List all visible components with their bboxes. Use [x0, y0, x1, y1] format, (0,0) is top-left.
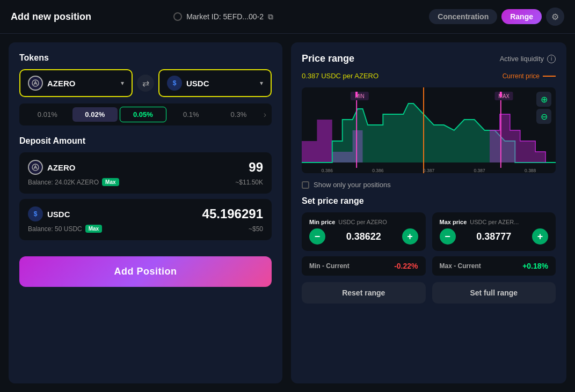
fee-btn-002[interactable]: 0.02% [72, 107, 118, 122]
deposit-title: Deposit Amount [19, 136, 272, 146]
svg-rect-11 [355, 92, 358, 97]
status-indicator [173, 12, 182, 21]
deposit-usdc-label: USDC [47, 210, 70, 219]
deposit-azero-label: AZERO [47, 163, 76, 172]
deposit-azero-icon [28, 160, 43, 175]
chart-zoom-controls: ⊕ ⊖ [536, 92, 551, 124]
fee-arrow-icon[interactable]: › [264, 110, 266, 120]
fee-btn-001[interactable]: 0.01% [25, 107, 70, 122]
token-b-name: USDC [186, 79, 209, 88]
max-current-card: Max - Current +0.18% [432, 256, 556, 276]
tokens-row: AZERO ▾ ⇄ $ USDC ▾ [19, 69, 272, 97]
fee-btn-03[interactable]: 0.3% [216, 107, 261, 122]
show-positions-row: Show only your positions [302, 181, 556, 189]
usdc-icon: $ [167, 76, 182, 91]
header-right: Concentration Range ⚙ [429, 8, 564, 26]
max-current-label: Max - Current [440, 262, 481, 270]
usdc-usd-value: ~$50 [249, 225, 263, 233]
set-price-title: Set price range [302, 196, 556, 206]
min-price-sub: USDC per AZERO [338, 219, 387, 225]
left-panel: Tokens AZERO ▾ ⇄ $ USDC [9, 42, 282, 383]
svg-text:0.387: 0.387 [474, 168, 485, 173]
price-per-text: 0.387 USDC per AZERO [302, 72, 379, 80]
usdc-balance: Balance: 50 USDC [28, 225, 82, 233]
azero-icon [28, 76, 43, 91]
azero-balance: Balance: 24.02K AZERO [28, 179, 99, 186]
fee-btn-005[interactable]: 0.05% [120, 107, 166, 122]
svg-rect-15 [500, 92, 502, 97]
max-price-increase-button[interactable]: + [532, 228, 548, 245]
min-price-card: Min price USDC per AZERO − 0.38622 + [302, 212, 426, 251]
svg-text:0.387: 0.387 [423, 168, 434, 173]
price-range-title: Price range [302, 53, 354, 64]
current-diff-row: Min - Current -0.22% Max - Current +0.18… [302, 256, 556, 276]
token-a-selector[interactable]: AZERO ▾ [19, 69, 133, 97]
current-price-label: Current price [503, 72, 556, 80]
min-price-value[interactable]: 0.38622 [330, 231, 398, 242]
max-price-label: Max price [440, 219, 467, 225]
min-current-card: Min - Current -0.22% [302, 256, 426, 276]
market-id-text: Market ID: 5EFD...00-2 [186, 12, 264, 21]
deposit-section: Deposit Amount AZERO 99 Balance: 24.02K … [19, 136, 272, 246]
deposit-card-usdc: $ USDC 45.196291 Balance: 50 USDC Max ~$… [19, 199, 272, 240]
max-price-card: Max price USDC per AZER... − 0.38777 + [432, 212, 556, 251]
min-price-label: Min price [309, 219, 335, 225]
tab-range[interactable]: Range [501, 9, 542, 24]
zoom-out-button[interactable]: ⊖ [536, 109, 551, 124]
fee-btn-01[interactable]: 0.1% [169, 107, 214, 122]
min-price-decrease-button[interactable]: − [309, 228, 325, 245]
show-positions-label: Show only your positions [314, 181, 391, 189]
token-b-selector[interactable]: $ USDC ▾ [158, 69, 272, 97]
header: Add new position Market ID: 5EFD...00-2 … [0, 0, 575, 34]
min-current-label: Min - Current [309, 262, 350, 270]
main-layout: Tokens AZERO ▾ ⇄ $ USDC [0, 34, 575, 392]
price-subtitle: 0.387 USDC per AZERO Current price [302, 72, 556, 80]
svg-text:0.386: 0.386 [322, 168, 333, 173]
info-icon[interactable]: i [547, 55, 556, 63]
token-a-chevron: ▾ [121, 79, 124, 87]
header-center: Market ID: 5EFD...00-2 ⧉ [173, 12, 273, 21]
range-buttons-row: Reset range Set full range [302, 282, 556, 304]
deposit-card-azero: AZERO 99 Balance: 24.02K AZERO Max ~$11.… [19, 152, 272, 194]
right-panel: Price range Active liquidity i 0.387 USD… [291, 42, 566, 383]
price-inputs-row: Min price USDC per AZERO − 0.38622 + Max… [302, 212, 556, 251]
usdc-max-button[interactable]: Max [85, 225, 102, 233]
active-liquidity-info: Active liquidity i [500, 55, 556, 63]
max-price-sub: USDC per AZER... [470, 219, 519, 225]
token-a-name: AZERO [47, 79, 76, 88]
add-position-button[interactable]: Add Position [19, 256, 272, 287]
deposit-azero-amount[interactable]: 99 [249, 160, 263, 175]
price-chart: MIN MAX 0.386 0.386 0.387 0.387 0.388 [302, 87, 556, 173]
token-b-chevron: ▾ [260, 79, 263, 87]
svg-text:0.388: 0.388 [525, 168, 536, 173]
current-price-line-icon [543, 76, 556, 77]
azero-usd-value: ~$11.50K [235, 179, 263, 186]
min-price-increase-button[interactable]: + [402, 228, 418, 245]
deposit-usdc-icon: $ [28, 206, 43, 221]
tokens-title: Tokens [19, 53, 272, 63]
active-liquidity-label: Active liquidity [500, 55, 544, 63]
show-positions-checkbox[interactable] [302, 181, 309, 189]
price-range-header: Price range Active liquidity i [302, 53, 556, 64]
tokens-section: Tokens AZERO ▾ ⇄ $ USDC [19, 53, 272, 125]
set-full-range-button[interactable]: Set full range [432, 282, 556, 304]
tab-concentration[interactable]: Concentration [429, 9, 497, 24]
deposit-usdc-amount[interactable]: 45.196291 [202, 206, 263, 221]
svg-text:0.386: 0.386 [372, 168, 383, 173]
zoom-in-button[interactable]: ⊕ [536, 92, 551, 107]
swap-tokens-button[interactable]: ⇄ [137, 75, 154, 92]
set-price-section: Set price range Min price USDC per AZERO… [302, 196, 556, 304]
max-current-value: +0.18% [522, 262, 548, 270]
reset-range-button[interactable]: Reset range [302, 282, 426, 304]
settings-button[interactable]: ⚙ [546, 8, 564, 26]
liquidity-chart-svg: MIN MAX 0.386 0.386 0.387 0.387 0.388 [302, 87, 556, 173]
min-current-value: -0.22% [394, 262, 418, 270]
max-price-value[interactable]: 0.38777 [460, 231, 528, 242]
page-title: Add new position [11, 11, 91, 23]
azero-max-button[interactable]: Max [102, 178, 119, 186]
copy-icon[interactable]: ⧉ [268, 12, 273, 21]
fee-tiers-row: 0.01% 0.02% 0.05% 0.1% 0.3% › [19, 103, 272, 125]
max-price-decrease-button[interactable]: − [440, 228, 456, 245]
